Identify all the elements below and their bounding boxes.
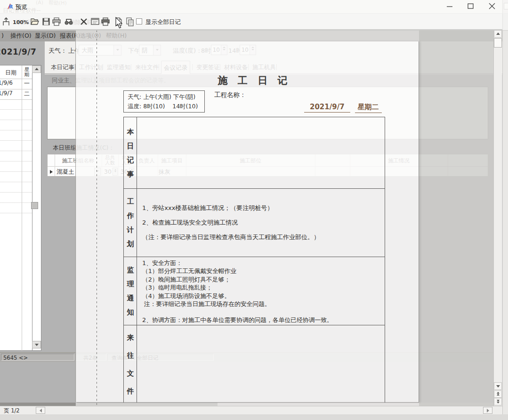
menu-item-display[interactable]: 显示(D) bbox=[35, 32, 56, 40]
document-date-line: 2021/9/7星期二 bbox=[304, 103, 382, 113]
table-row-week[interactable]: 二 bbox=[22, 90, 32, 99]
document-title: 施 工 日 记 bbox=[198, 74, 311, 87]
scrollbar-thumb[interactable] bbox=[494, 38, 502, 48]
print-setup-icon[interactable] bbox=[90, 17, 100, 26]
status-counter: 5645 <> bbox=[1, 354, 74, 361]
weather-label: 天气： bbox=[48, 47, 67, 55]
copy-page-icon[interactable] bbox=[125, 17, 135, 26]
sidebar-scroll-up-button[interactable] bbox=[32, 65, 41, 73]
maximize-button[interactable] bbox=[462, 0, 480, 13]
background-window-edge bbox=[502, 0, 508, 420]
prev-page-button[interactable] bbox=[494, 390, 502, 398]
document-weather-box: 天气: 上午(大雨) 下午(阴) 温度: 8时(10) 14时(10) bbox=[123, 90, 205, 113]
section-label: 来往文件 bbox=[127, 329, 134, 400]
close-button[interactable] bbox=[483, 0, 501, 13]
diary-date-list[interactable]: 日期 星期 2021/9/6 一 2021/9/7 二 bbox=[0, 65, 41, 351]
notice-line: 1、安全方面： bbox=[142, 259, 385, 267]
minimize-button[interactable] bbox=[441, 0, 459, 13]
menu-item-clipped: ) bbox=[1, 32, 4, 39]
print-margin-guide bbox=[97, 30, 97, 414]
table-row-date[interactable]: 2021/9/6 bbox=[0, 80, 21, 89]
show-all-diaries-label: 显示全部日记 bbox=[145, 18, 181, 26]
show-all-diaries-checkbox[interactable] bbox=[136, 18, 142, 24]
desktop-strip bbox=[0, 414, 508, 420]
window-title: 预览 bbox=[16, 3, 27, 11]
plan-line: （注：要详细记录当日监理检查承包商当天工程施工作业部位。） bbox=[142, 233, 385, 242]
scroll-up-button[interactable] bbox=[494, 30, 502, 38]
scroll-left-button[interactable] bbox=[36, 407, 45, 414]
section-label: 监理通知 bbox=[127, 263, 134, 319]
section-work-plan: 工作计划 1、旁站xxx楼基础桩施工情况；（要注明桩号） 2、检查施工现场安全文… bbox=[124, 189, 385, 257]
table-row-week[interactable]: 一 bbox=[22, 80, 32, 89]
notice-line bbox=[142, 308, 385, 316]
notice-line: 注：要详细记录当日施工现场存在的安全问题。 bbox=[142, 300, 385, 308]
page-indicator: 页 1/2 bbox=[4, 407, 20, 414]
preview-titlebar[interactable]: R 预览 bbox=[0, 0, 508, 14]
mouse-cursor bbox=[115, 17, 124, 29]
find-icon[interactable] bbox=[64, 17, 73, 26]
print-report-icon[interactable] bbox=[101, 17, 110, 26]
crew-name-cell[interactable]: 混凝土 bbox=[56, 168, 74, 176]
preview-bottom-bar: 页 1/2 bbox=[0, 406, 502, 414]
document-date: 2021/9/7 bbox=[304, 103, 350, 113]
section-documents: 来往文件 bbox=[124, 325, 385, 403]
empty-grid-rows bbox=[0, 99, 32, 213]
screen: (A) 帮助(H) 日记管理软件-- 添加日记 删除当前日记 ) 操作(O) 显… bbox=[0, 0, 508, 420]
plan-line: 2、检查施工现场安全文明施工情况 bbox=[142, 218, 385, 227]
delete-icon[interactable] bbox=[79, 17, 89, 26]
section-label: 工作计划 bbox=[127, 194, 134, 251]
print-icon[interactable] bbox=[52, 17, 61, 26]
scroll-right-button[interactable] bbox=[483, 407, 492, 414]
notice-line: （3）临时用电乱拖乱接； bbox=[142, 283, 385, 291]
document-table: 本日记事 工作计划 1、旁站xxx楼基础桩施工情况；（要注明桩号） 2、检查施工… bbox=[123, 117, 385, 403]
zoom-level-display[interactable]: 100% bbox=[13, 19, 29, 25]
sidebar-current-date: 2021/9/7 bbox=[0, 47, 36, 57]
tab-daily-notes[interactable]: 本日记事 bbox=[51, 64, 74, 72]
app-logo-icon: R bbox=[7, 3, 14, 10]
section-supervision-notice: 监理通知 1、安全方面： （1）部分焊工工无佩戴安全帽作业 （2）晚间施工照明灯… bbox=[124, 257, 385, 325]
svg-text:R: R bbox=[9, 4, 13, 10]
preview-toolbar: 100% 显示全部日记 bbox=[0, 13, 508, 31]
temperature-line: 温度: 8时(10) 14时(10) bbox=[128, 103, 198, 111]
sidebar-scroll-down-button[interactable] bbox=[32, 341, 41, 348]
notice-line: （2）晚间施工照明灯具不足够； bbox=[142, 275, 385, 283]
open-icon[interactable] bbox=[30, 17, 40, 26]
fit-page-icon[interactable] bbox=[1, 17, 11, 26]
table-row-date[interactable]: 2021/9/7 bbox=[0, 90, 21, 99]
column-header-date: 日期 bbox=[0, 65, 22, 79]
save-icon[interactable] bbox=[41, 17, 51, 26]
row-selector-icon bbox=[50, 170, 53, 174]
preview-vertical-scrollbar[interactable] bbox=[493, 30, 502, 406]
notice-line: 2、协调方面：对施工中各单位需要协调的问题，各单位已经协调一致。 bbox=[142, 316, 385, 324]
notice-line: （4）施工现场消防设施不足够。 bbox=[142, 292, 385, 300]
notice-line: （1）部分焊工工无佩戴安全帽作业 bbox=[142, 267, 385, 275]
plan-line: 1、旁站xxx楼基础桩施工情况；（要注明桩号） bbox=[142, 204, 385, 212]
next-page-button[interactable] bbox=[494, 398, 502, 405]
sidebar-scroll-thumb[interactable] bbox=[31, 202, 38, 209]
sidebar: 2021/9/7 日期 星期 2021/9/6 一 2021/9/7 二 bbox=[0, 41, 45, 351]
document-weekday: 星期二 bbox=[355, 103, 382, 113]
scroll-down-button[interactable] bbox=[494, 382, 502, 390]
menu-item-operate[interactable]: 操作(O) bbox=[10, 32, 32, 40]
preview-content-margin bbox=[419, 30, 493, 414]
project-name-label: 工程名称： bbox=[214, 91, 246, 99]
column-header-week: 星期 bbox=[24, 67, 30, 77]
section-daily-notes: 本日记事 bbox=[124, 117, 385, 189]
weather-line: 天气: 上午(大雨) 下午(阴) bbox=[128, 93, 195, 101]
section-label: 本日记事 bbox=[127, 125, 134, 181]
